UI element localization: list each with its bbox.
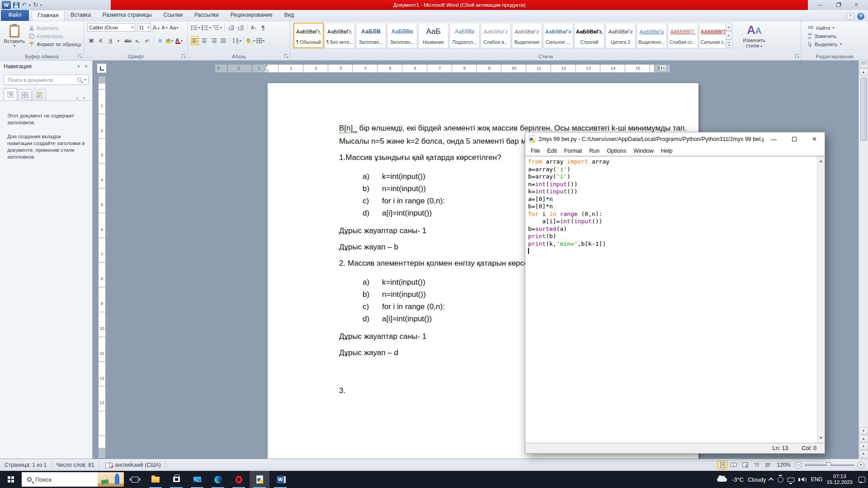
select-button[interactable]: Выделить▾ xyxy=(808,40,842,48)
menu-file[interactable]: File xyxy=(527,148,543,154)
taskbar-app-mail[interactable] xyxy=(187,471,207,488)
collapse-ribbon-icon[interactable]: ^ xyxy=(846,13,854,20)
help-icon[interactable]: ? xyxy=(857,13,864,20)
taskbar-app-store[interactable] xyxy=(166,471,186,488)
tab-references[interactable]: Ссылки xyxy=(158,10,189,21)
idle-close-button[interactable]: × xyxy=(804,132,825,146)
bullets-button[interactable]: ▾ xyxy=(191,23,200,32)
taskbar-app-edge[interactable] xyxy=(208,471,228,488)
view-print-layout-button[interactable] xyxy=(717,461,727,469)
font-family-select[interactable]: Calibri (Осно▾ xyxy=(87,23,135,32)
tab-review[interactable]: Рецензирование xyxy=(225,10,278,21)
style-item-13[interactable]: ААББВВГГ,Сильная с... xyxy=(699,23,729,48)
redo-button[interactable]: ↻ xyxy=(33,1,38,9)
taskbar-clock[interactable]: 07:13 15.12.2023 xyxy=(826,474,853,485)
taskbar-search-input[interactable]: Поиск xyxy=(22,472,124,487)
find-button[interactable]: Найти▾ xyxy=(808,24,834,32)
gallery-more-icon[interactable]: ▾ xyxy=(726,40,732,48)
font-dialog-launcher-icon[interactable] xyxy=(182,54,185,58)
weather-icon[interactable] xyxy=(717,478,727,482)
menu-edit[interactable]: Edit xyxy=(543,148,561,154)
zoom-slider[interactable] xyxy=(805,465,854,466)
menu-window[interactable]: Window xyxy=(630,148,657,154)
next-page-icon[interactable]: ▼ xyxy=(859,450,868,458)
page-count[interactable]: Страница: 1 из 1 xyxy=(0,461,52,469)
tab-page-layout[interactable]: Разметка страницы xyxy=(97,10,158,21)
align-left-button[interactable] xyxy=(191,36,199,45)
style-item-5[interactable]: АаБбВвПодзагол... xyxy=(449,23,480,48)
gallery-scroll-up-icon[interactable]: ▴ xyxy=(726,23,732,31)
style-item-7[interactable]: АаБбВвГгВыделение xyxy=(512,23,542,48)
view-outline-button[interactable] xyxy=(751,461,761,469)
styles-dialog-launcher-icon[interactable] xyxy=(795,54,799,58)
highlight-button[interactable]: ab▾ xyxy=(165,36,174,45)
subscript-button[interactable]: x₂ xyxy=(133,36,142,45)
shrink-font-button[interactable]: А▼ xyxy=(161,23,169,32)
hanging-indent-marker[interactable] xyxy=(264,70,269,73)
idle-maximize-button[interactable] xyxy=(784,132,804,146)
italic-button[interactable]: К xyxy=(97,36,105,45)
copy-button[interactable]: Копировать xyxy=(29,32,63,40)
weather-temp[interactable]: -3°C xyxy=(732,476,744,483)
style-item-1[interactable]: АаБбВвГг,¶ Без инте... xyxy=(325,23,355,48)
idle-minimize-button[interactable]: — xyxy=(764,132,784,146)
restore-button[interactable] xyxy=(830,1,846,9)
tab-view[interactable]: Вид xyxy=(278,10,300,21)
search-icon[interactable] xyxy=(77,78,81,82)
speaker-icon[interactable]: )) xyxy=(798,477,807,482)
paste-button[interactable]: Вставить ▾ xyxy=(3,23,26,57)
zoom-in-icon[interactable]: + xyxy=(858,462,864,469)
nav-tab-pages[interactable] xyxy=(18,89,32,100)
taskbar-app-word[interactable]: W xyxy=(270,471,290,488)
nav-tab-headings[interactable] xyxy=(4,88,17,100)
task-view-button[interactable] xyxy=(125,471,145,488)
word-app-icon[interactable]: W xyxy=(2,1,11,9)
word-count[interactable]: Число слов: 81 xyxy=(52,461,99,469)
word-vertical-scrollbar[interactable]: ▲ ▼ ▲ ● ▼ xyxy=(859,61,868,459)
nav-tab-results[interactable] xyxy=(33,89,46,100)
idle-scrollbar[interactable] xyxy=(817,156,825,443)
menu-format[interactable]: Format xyxy=(561,148,586,154)
language-indicator[interactable]: ENG xyxy=(811,476,822,483)
menu-run[interactable]: Run xyxy=(585,148,603,154)
text-effects-button[interactable]: А xyxy=(156,36,164,45)
replace-button[interactable]: abac Заменить xyxy=(808,32,836,40)
justify-button[interactable] xyxy=(219,36,227,45)
idle-titlebar[interactable]: 2mys 99 bet.py - C:/Users/user/AppData/L… xyxy=(525,132,825,146)
style-item-4[interactable]: АаБНазвание xyxy=(418,23,448,48)
tab-mailings[interactable]: Рассылки xyxy=(189,10,225,21)
scroll-down-icon[interactable]: ▼ xyxy=(859,427,868,435)
clipboard-dialog-launcher-icon[interactable] xyxy=(78,54,82,58)
nav-pane-menu-icon[interactable]: ▾ xyxy=(75,64,82,69)
underline-dropdown-icon[interactable]: ▾ xyxy=(114,36,123,45)
network-icon[interactable] xyxy=(788,478,794,482)
weather-condition[interactable]: Cloudy xyxy=(748,476,766,483)
taskbar-app-idle[interactable] xyxy=(250,471,269,488)
zoom-out-icon[interactable]: − xyxy=(795,462,802,469)
zoom-slider-thumb[interactable] xyxy=(826,462,831,467)
format-painter-button[interactable]: Формат по образцу xyxy=(29,40,81,48)
bold-button[interactable]: Ж xyxy=(87,36,95,45)
horizontal-ruler[interactable]: 321 12345678910111213141516 17 xyxy=(215,64,670,73)
menu-options[interactable]: Options xyxy=(603,148,630,154)
paragraph-dialog-launcher-icon[interactable] xyxy=(284,54,288,58)
minimize-button[interactable]: — xyxy=(812,1,828,9)
undo-button[interactable]: ↶ xyxy=(22,1,27,9)
view-web-layout-button[interactable] xyxy=(740,461,750,469)
qat-customize-button[interactable]: ▾ xyxy=(40,3,42,7)
superscript-button[interactable]: x² xyxy=(143,36,151,45)
style-item-10[interactable]: АаБбВвГгЦитата 2 xyxy=(605,23,636,48)
show-marks-button[interactable]: ¶ xyxy=(259,23,267,32)
sort-button[interactable]: А↓ xyxy=(250,23,258,32)
previous-page-icon[interactable]: ▲ xyxy=(859,435,868,442)
vertical-ruler[interactable]: 12345678910111213 xyxy=(98,76,106,459)
tablet-mode-icon[interactable] xyxy=(778,477,783,483)
align-center-button[interactable] xyxy=(200,36,208,45)
cut-button[interactable]: Вырезать xyxy=(29,24,59,32)
gallery-scroll-down-icon[interactable]: ▾ xyxy=(726,31,732,40)
multilevel-list-button[interactable]: ▾ xyxy=(212,23,222,32)
font-color-button[interactable]: А▾ xyxy=(175,36,183,45)
change-case-button[interactable]: Аа▾ xyxy=(170,23,178,32)
borders-button[interactable]: ▾ xyxy=(256,36,264,45)
menu-help[interactable]: Help xyxy=(657,148,676,154)
